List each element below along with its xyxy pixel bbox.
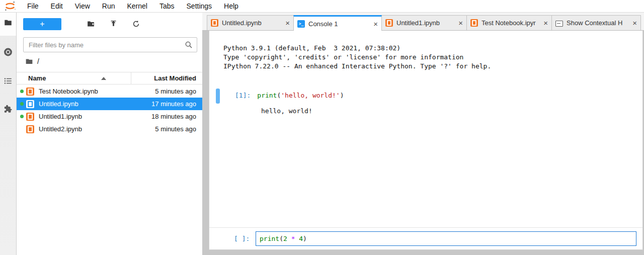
cell-collapser[interactable] [216,89,220,104]
tab-console-1[interactable]: >_Console 1× [293,15,382,31]
refresh-icon[interactable] [132,20,140,28]
table-of-contents-icon[interactable] [4,76,13,86]
file-list-header[interactable]: Name Last Modified [17,72,202,84]
notebook-icon [470,19,478,27]
file-row[interactable]: Test Notebook.ipynb5 minutes ago [17,85,202,98]
close-icon[interactable]: × [285,19,290,27]
close-icon[interactable]: × [373,20,378,28]
tab-label: Show Contextual H [567,19,629,27]
file-name: Untitled1.ipynb [39,113,82,120]
file-row[interactable]: Untitled1.ipynb18 minutes ago [17,110,202,123]
tab-label: Untitled.ipynb [222,19,282,27]
tab-label: Test Notebook.ipyr [481,19,540,27]
inspector-icon [555,21,563,27]
console-input-editor[interactable]: print(2 * 4) [256,231,636,246]
token-number: 2 [283,235,287,242]
kernel-running-dot [20,127,24,131]
column-last-modified[interactable]: Last Modified [154,74,196,82]
token-plain [287,235,291,242]
file-list: Test Notebook.ipynb5 minutes agoUntitled… [17,85,202,135]
upload-icon[interactable] [109,20,118,28]
token-builtin: print [257,92,277,99]
console-input-prompt: [ ]: [234,235,250,242]
tab-label: Console 1 [308,20,370,28]
banner-line: Type 'copyright', 'credits' or 'license'… [223,53,491,62]
menu-bar: FileEditViewRunKernelTabsSettingsHelp [0,0,644,13]
running-sessions-icon[interactable] [4,47,13,57]
jupyter-logo-icon [4,1,16,11]
console-banner: Python 3.9.1 (default, Feb 3 2021, 07:38… [223,44,491,71]
kernel-running-dot [20,115,24,118]
menu-edit[interactable]: Edit [45,0,69,12]
extensions-icon[interactable] [4,105,13,114]
console-icon: >_ [297,20,305,28]
tab-show-contextual-h[interactable]: Show Contextual H× [551,15,641,30]
kernel-running-dot [20,102,24,106]
menu-run[interactable]: Run [96,0,121,12]
menu-settings[interactable]: Settings [181,0,218,12]
menu-help[interactable]: Help [218,0,245,12]
notebook-icon [385,19,393,27]
close-icon[interactable]: × [458,19,463,27]
breadcrumb-root[interactable]: / [37,57,39,65]
tab-untitled-ipynb[interactable]: Untitled.ipynb× [207,15,294,30]
dock-panel: Untitled.ipynb×>_Console 1×Untitled1.ipy… [202,13,644,255]
new-launcher-button[interactable]: + [23,18,61,30]
file-browser-icon[interactable] [4,18,13,27]
tab-untitled1-ipynb[interactable]: Untitled1.ipynb× [381,15,467,30]
file-browser-panel: + / Name Last Modified [17,13,202,255]
input-separator [209,227,642,228]
notebook-file-icon [26,125,34,133]
home-folder-icon[interactable] [25,58,33,65]
new-folder-icon[interactable] [87,20,95,28]
token-plain: ) [303,235,307,242]
banner-line: Python 3.9.1 (default, Feb 3 2021, 07:38… [223,44,491,53]
notebook-file-icon [26,88,34,96]
notebook-icon [211,19,218,27]
column-divider [131,72,131,84]
menu-kernel[interactable]: Kernel [121,0,153,12]
notebook-file-icon [26,113,34,121]
file-last-modified: 5 minutes ago [155,88,196,95]
file-row[interactable]: Untitled.ipynb17 minutes ago [17,98,202,110]
file-name: Untitled.ipynb [39,100,78,108]
file-name: Untitled2.ipynb [39,125,82,133]
filter-files-input[interactable] [23,37,197,52]
search-icon [185,41,193,49]
console-panel[interactable]: Python 3.9.1 (default, Feb 3 2021, 07:38… [209,31,643,250]
cell-output: hello, world! [261,107,312,115]
close-icon[interactable]: × [543,19,548,27]
menu-file[interactable]: File [21,0,45,12]
token-number: 4 [299,235,303,242]
file-last-modified: 5 minutes ago [155,125,196,133]
jupyterlab-window: FileEditViewRunKernelTabsSettingsHelp + [0,0,644,255]
column-name[interactable]: Name [28,74,46,82]
tab-label: Untitled1.ipynb [396,19,455,27]
activity-sidebar [0,13,17,255]
close-icon[interactable]: × [632,19,637,27]
token-plain: ( [279,235,283,242]
token-builtin: print [260,235,279,242]
file-name: Test Notebook.ipynb [39,88,98,95]
console-input-code[interactable]: print(2 * 4) [260,235,307,242]
input-prompt-1: [1]: [235,92,251,99]
tab-test-notebook-ipyr[interactable]: Test Notebook.ipyr× [466,15,552,30]
main-tab-bar: Untitled.ipynb×>_Console 1×Untitled1.ipy… [202,13,644,31]
file-browser-toolbar: + [17,13,202,36]
sort-ascending-icon [101,77,106,80]
breadcrumb[interactable]: / [25,57,39,66]
file-row[interactable]: Untitled2.ipynb5 minutes ago [17,123,202,135]
executed-cell: [1]: print('hello, world!') [235,92,344,99]
file-last-modified: 17 minutes ago [151,100,196,108]
banner-line: IPython 7.22.0 -- An enhanced Interactiv… [223,62,491,71]
menu-view[interactable]: View [69,0,96,12]
token-plain: ) [340,92,344,99]
cell-code: print('hello, world!') [257,92,344,99]
menu-tabs[interactable]: Tabs [153,0,181,12]
kernel-running-dot [20,90,24,93]
token-string: 'hello, world!' [281,92,340,99]
file-last-modified: 18 minutes ago [151,113,196,120]
notebook-file-icon [26,100,34,108]
filter-files-wrap [23,37,197,52]
